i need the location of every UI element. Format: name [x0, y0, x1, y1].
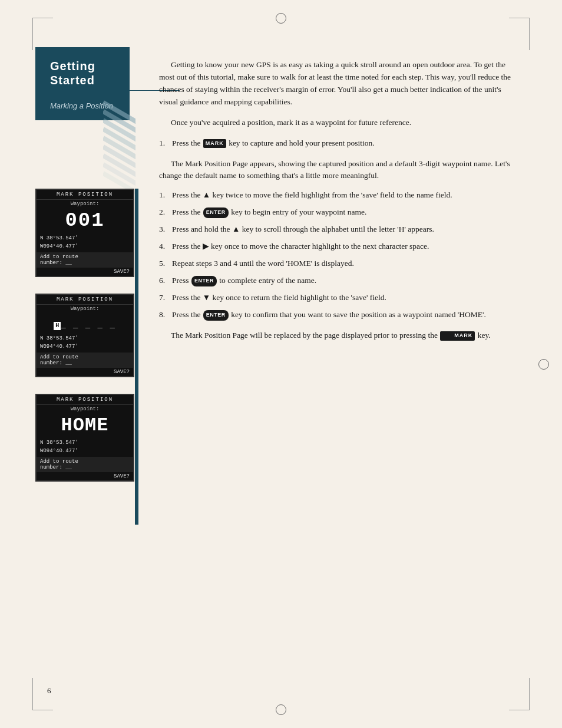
step-item-7: 6. Press ENTER to complete entry of the … — [159, 275, 518, 287]
gps-screen-1-label: Waypoint: — [37, 200, 133, 208]
mark-key-badge-2: MARK — [440, 331, 475, 341]
step-text-4: Press and hold the ▲ key to scroll throu… — [172, 223, 518, 236]
steps-list-2: 1. Press the ▲ key twice to move the fie… — [159, 189, 518, 321]
gps-screen-1-header: MARK POSITION — [37, 190, 133, 200]
enter-key-badge-3: ENTER — [203, 310, 229, 321]
step-item-6: 5. Repeat steps 3 and 4 until the word '… — [159, 258, 518, 270]
gps-screen-2: MARK POSITION Waypoint: H_ _ _ _ _ N 38°… — [35, 294, 134, 377]
intro-paragraph-2: Once you've acquired a position, mark it… — [159, 117, 518, 129]
gps-screen-3-coords: N 38°53.547' W094°40.477' — [37, 437, 133, 457]
mark-key-badge-1: MARK — [203, 139, 226, 149]
step-text-8: Press the ▼ key once to return the field… — [172, 292, 518, 304]
crosshair-top — [276, 13, 286, 24]
border-corner-bottom-right — [509, 678, 530, 710]
gps-screen-3-route: Add to route number: __ — [37, 457, 133, 472]
step-num-5: 4. — [159, 241, 172, 253]
step-text-7: Press ENTER to complete entry of the nam… — [172, 275, 518, 287]
step-text-6: Repeat steps 3 and 4 until the word 'HOM… — [172, 258, 518, 270]
crosshair-right — [538, 359, 549, 370]
gps-screen-1: MARK POSITION Waypoint: 001 N 38°53.547'… — [35, 189, 134, 277]
intro-paragraph-1: Getting to know your new GPS is as easy … — [159, 59, 518, 108]
step-text-5: Press the ▶ key once to move the charact… — [172, 241, 518, 253]
sidebar-title: Getting Started — [50, 59, 121, 87]
gps-screen-2-route: Add to route number: __ — [37, 353, 133, 368]
gps-screen-2-waypoint: H_ _ _ _ _ — [37, 313, 133, 333]
step-num-3: 2. — [159, 206, 172, 219]
step-item-9: 8. Press the ENTER key to confirm that y… — [159, 309, 518, 321]
cursor-h: H — [54, 322, 61, 330]
gps-screen-1-coords: N 38°53.547' W094°40.477' — [37, 233, 133, 252]
gps-screen-1-waypoint: 001 — [37, 208, 133, 233]
main-content: Getting to know your new GPS is as easy … — [141, 47, 530, 354]
page-number: 6 — [47, 686, 51, 696]
step-item-3: 2. Press the ENTER key to begin entry of… — [159, 206, 518, 219]
step-item-5: 4. Press the ▶ key once to move the char… — [159, 241, 518, 253]
step-num-6: 5. — [159, 258, 172, 270]
mid-paragraph-1: The Mark Position Page appears, showing … — [159, 158, 518, 183]
step-num-2: 1. — [159, 189, 172, 202]
gps-screen-3-label: Waypoint: — [37, 405, 133, 413]
gps-screen-2-save: SAVE? — [37, 368, 133, 376]
crosshair-bottom — [276, 704, 286, 715]
step-num-8: 7. — [159, 292, 172, 304]
step-num-4: 3. — [159, 223, 172, 236]
gps-screen-2-coords: N 38°53.547' W094°40.477' — [37, 333, 133, 353]
step-num-7: 6. — [159, 275, 172, 287]
step-item-4: 3. Press and hold the ▲ key to scroll th… — [159, 223, 518, 236]
step-item-2: 1. Press the ▲ key twice to move the fie… — [159, 189, 518, 202]
gps-screen-1-route: Add to route number: __ — [37, 252, 133, 268]
enter-key-badge-1: ENTER — [203, 207, 229, 218]
sidebar-accent-bar — [135, 189, 138, 525]
step-num-9: 8. — [159, 309, 172, 321]
gps-screen-3: MARK POSITION Waypoint: HOME N 38°53.547… — [35, 394, 134, 482]
gps-screen-3-header: MARK POSITION — [37, 395, 133, 405]
gps-screen-3-save: SAVE? — [37, 472, 133, 480]
step-text-1: Press the MARK key to capture and hold y… — [172, 137, 518, 150]
gps-screen-2-label: Waypoint: — [37, 305, 133, 313]
gps-screen-2-header: MARK POSITION — [37, 295, 133, 305]
step-num-1: 1. — [159, 137, 172, 150]
border-corner-top-right — [509, 18, 530, 50]
final-paragraph: The Mark Position Page will be replaced … — [159, 330, 518, 342]
steps-list-1: 1. Press the MARK key to capture and hol… — [159, 137, 518, 150]
step-text-9: Press the ENTER key to confirm that you … — [172, 309, 518, 321]
step-item-1: 1. Press the MARK key to capture and hol… — [159, 137, 518, 150]
gps-screen-1-save: SAVE? — [37, 268, 133, 276]
step-text-3: Press the ENTER key to begin entry of yo… — [172, 206, 518, 219]
sidebar: Getting Started Marking a Position MARK … — [0, 0, 138, 728]
enter-key-badge-2: ENTER — [191, 276, 217, 286]
step-item-8: 7. Press the ▼ key once to return the fi… — [159, 292, 518, 304]
gps-screen-3-waypoint: HOME — [37, 413, 133, 437]
step-text-2: Press the ▲ key twice to move the field … — [172, 189, 518, 202]
gps-screens-container: MARK POSITION Waypoint: 001 N 38°53.547'… — [35, 189, 134, 482]
